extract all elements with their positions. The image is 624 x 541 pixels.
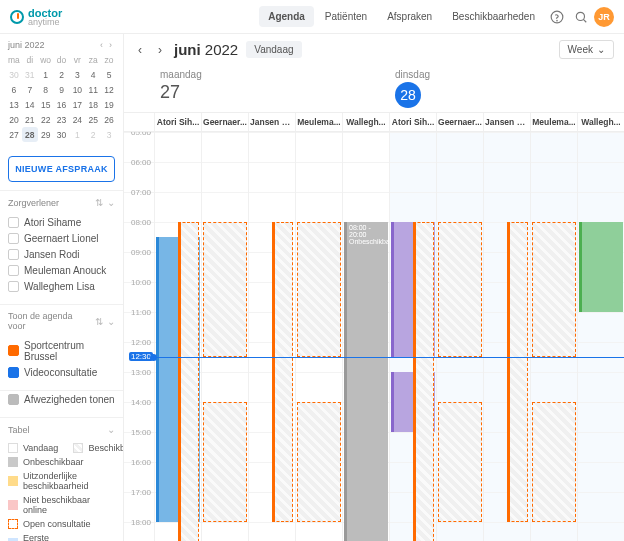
calendar-column[interactable] [530, 132, 577, 541]
calendar-column[interactable] [483, 132, 530, 541]
mini-cal-day[interactable]: 17 [69, 97, 85, 112]
calendar-event[interactable] [178, 222, 199, 541]
mini-cal-day[interactable]: 29 [38, 127, 54, 142]
collapse-icon[interactable]: ⌄ [107, 316, 115, 327]
mini-cal-prev[interactable]: ‹ [97, 40, 106, 50]
logo[interactable]: doctoranytime [10, 7, 62, 27]
nav-afspraken[interactable]: Afspraken [378, 6, 441, 27]
new-appointment-button[interactable]: NIEUWE AFSPRAAK [8, 156, 115, 182]
collapse-icon[interactable]: ⌄ [107, 197, 115, 208]
mini-cal-day[interactable]: 16 [54, 97, 70, 112]
help-icon[interactable] [546, 6, 568, 28]
calendar-event[interactable] [579, 222, 623, 312]
afwezigheden-toggle[interactable]: Afwezigheden tonen [8, 391, 115, 407]
calendar-event[interactable] [532, 402, 576, 522]
calendar-column[interactable]: 08:00 - 20:00 Onbeschikba [342, 132, 389, 541]
mini-cal-day[interactable]: 1 [69, 127, 85, 142]
provider-checkbox[interactable]: Walleghem Lisa [8, 278, 115, 294]
resource-header[interactable]: Jansen R... [248, 113, 295, 131]
resource-header[interactable]: Jansen R... [483, 113, 530, 131]
mini-cal-day[interactable]: 21 [22, 112, 38, 127]
mini-cal-day[interactable]: 2 [54, 67, 70, 82]
calendar-event[interactable] [413, 222, 434, 541]
mini-cal-day[interactable]: 15 [38, 97, 54, 112]
location-checkbox[interactable]: Videoconsultatie [8, 364, 115, 380]
resource-header[interactable]: Geernaer... [201, 113, 248, 131]
calendar-column[interactable] [577, 132, 624, 541]
mini-cal-day[interactable]: 6 [6, 82, 22, 97]
calendar-event[interactable] [438, 402, 482, 522]
collapse-icon[interactable]: ⌄ [107, 424, 115, 435]
mini-cal-day[interactable]: 11 [85, 82, 101, 97]
legend-row: Niet beschikbaar online [0, 493, 123, 517]
calendar-event[interactable] [507, 222, 528, 522]
mini-cal-day[interactable]: 8 [38, 82, 54, 97]
resource-header[interactable]: Wallegh... [342, 113, 389, 131]
location-checkbox[interactable]: Sportcentrum Brussel [8, 337, 115, 364]
mini-cal-day[interactable]: 14 [22, 97, 38, 112]
resource-header[interactable]: Atori Sih... [154, 113, 201, 131]
day-header-tue: dinsdag28 [389, 65, 624, 112]
provider-checkbox[interactable]: Meuleman Anouck [8, 262, 115, 278]
mini-cal-day[interactable]: 9 [54, 82, 70, 97]
calendar-event[interactable] [203, 402, 247, 522]
resource-header[interactable]: Geernaer... [436, 113, 483, 131]
calendar-column[interactable] [248, 132, 295, 541]
nav-patienten[interactable]: Patiënten [316, 6, 376, 27]
calendar-event[interactable] [438, 222, 482, 357]
calendar-column[interactable] [201, 132, 248, 541]
calendar-event[interactable] [272, 222, 293, 522]
mini-cal-next[interactable]: › [106, 40, 115, 50]
resource-header[interactable]: Meulema... [295, 113, 342, 131]
calendar-column[interactable] [154, 132, 201, 541]
provider-checkbox[interactable]: Geernaert Lionel [8, 230, 115, 246]
mini-cal-day[interactable]: 23 [54, 112, 70, 127]
mini-cal-day[interactable]: 3 [69, 67, 85, 82]
search-icon[interactable] [570, 6, 592, 28]
calendar-event[interactable] [203, 222, 247, 357]
mini-cal-day[interactable]: 22 [38, 112, 54, 127]
mini-cal-day[interactable]: 1 [38, 67, 54, 82]
calendar-column[interactable] [389, 132, 436, 541]
provider-checkbox[interactable]: Atori Sihame [8, 214, 115, 230]
mini-cal-day[interactable]: 10 [69, 82, 85, 97]
mini-cal-day[interactable]: 30 [6, 67, 22, 82]
mini-cal-day[interactable]: 20 [6, 112, 22, 127]
calendar-event[interactable] [297, 402, 341, 522]
calendar-event[interactable]: 08:00 - 20:00 Onbeschikba [344, 222, 388, 541]
resource-header[interactable]: Wallegh... [577, 113, 624, 131]
calendar-event[interactable] [297, 222, 341, 357]
resource-header[interactable]: Atori Sih... [389, 113, 436, 131]
mini-cal-day[interactable]: 26 [101, 112, 117, 127]
mini-cal-day[interactable]: 25 [85, 112, 101, 127]
mini-cal-day[interactable]: 31 [22, 67, 38, 82]
mini-cal-day[interactable]: 28 [22, 127, 38, 142]
cal-prev[interactable]: ‹ [134, 43, 146, 57]
mini-cal-day[interactable]: 30 [54, 127, 70, 142]
today-button[interactable]: Vandaag [246, 41, 301, 58]
mini-cal-day[interactable]: 24 [69, 112, 85, 127]
mini-cal-day[interactable]: 5 [101, 67, 117, 82]
calendar-column[interactable] [295, 132, 342, 541]
mini-cal-day[interactable]: 19 [101, 97, 117, 112]
nav-beschikbaarheden[interactable]: Beschikbaarheden [443, 6, 544, 27]
calendar-column[interactable] [436, 132, 483, 541]
mini-cal-day[interactable]: 27 [6, 127, 22, 142]
cal-next[interactable]: › [154, 43, 166, 57]
mini-cal-day[interactable]: 18 [85, 97, 101, 112]
calendar-event[interactable] [532, 222, 576, 357]
nav-agenda[interactable]: Agenda [259, 6, 314, 27]
mini-cal-day[interactable]: 3 [101, 127, 117, 142]
mini-cal-day[interactable]: 13 [6, 97, 22, 112]
view-selector[interactable]: Week⌄ [559, 40, 614, 59]
mini-cal-day[interactable]: 2 [85, 127, 101, 142]
mini-cal-day[interactable]: 12 [101, 82, 117, 97]
provider-checkbox[interactable]: Jansen Rodi [8, 246, 115, 262]
mini-cal-day[interactable]: 4 [85, 67, 101, 82]
filter-icon[interactable]: ⇅ [95, 316, 103, 327]
filter-icon[interactable]: ⇅ [95, 197, 103, 208]
mini-cal-day[interactable]: 7 [22, 82, 38, 97]
resource-header[interactable]: Meulema... [530, 113, 577, 131]
mini-calendar[interactable]: madiwodovrzazo30311234567891011121314151… [0, 52, 123, 148]
avatar[interactable]: JR [594, 7, 614, 27]
